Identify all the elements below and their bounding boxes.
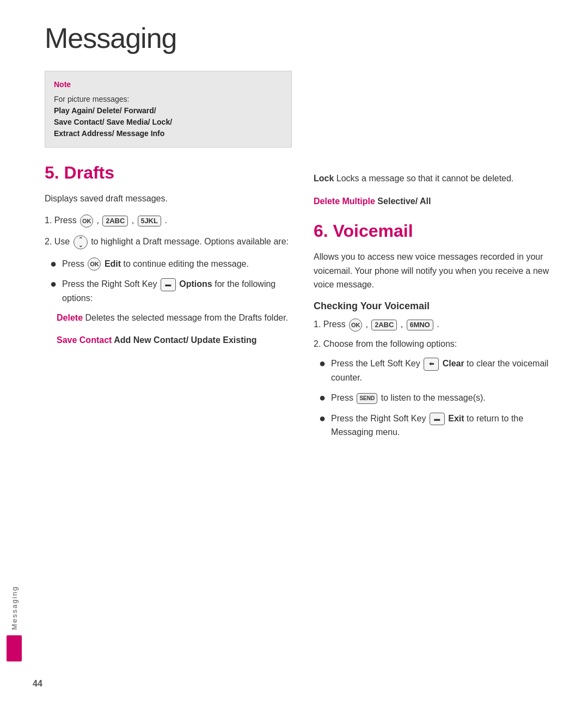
bullet-send: ● Press SEND to listen to the message(s)…: [319, 391, 561, 405]
sidebar: Messaging: [0, 0, 28, 705]
bullet-dot-5: ●: [319, 412, 326, 425]
note-label: Note: [54, 79, 283, 90]
page-number: 44: [33, 679, 42, 689]
send-key: SEND: [357, 393, 377, 404]
drafts-heading: 5. Drafts: [45, 163, 292, 183]
voicemail-step1: 1. Press OK , 2ABC , 6MNO .: [314, 318, 561, 332]
voicemail-description: Allows you to access new voice messages …: [314, 250, 561, 292]
note-line1: Play Again/ Delete/ Forward/: [54, 106, 156, 115]
page-title: Messaging: [45, 22, 561, 54]
note-box: Note For picture messages: Play Again/ D…: [45, 71, 292, 148]
drafts-step1: 1. Press OK , 2ABC , 5JKL .: [45, 214, 292, 228]
two-column-layout: Note For picture messages: Play Again/ D…: [45, 71, 561, 683]
right-column: Lock Locks a message so that it cannot b…: [314, 71, 561, 683]
save-contact-text: Add New Contact/ Update Existing: [112, 335, 256, 345]
left-soft-key: ⬅: [424, 358, 439, 371]
key-2abc: 2ABC: [102, 216, 128, 226]
key-5jkl: 5JKL: [138, 216, 161, 226]
voicemail-step2-text: 2. Choose from the following options:: [314, 339, 457, 349]
voicemail-heading: 6. Voicemail: [314, 221, 561, 241]
bullet-clear-content: Press the Left Soft Key ⬅ Clear to clear…: [331, 357, 561, 384]
ok-key-2: OK: [88, 258, 101, 271]
sidebar-bar: [7, 635, 22, 661]
lock-label: Lock: [314, 174, 334, 183]
note-line3: Extract Address/ Message Info: [54, 129, 164, 138]
note-intro: For picture messages:: [54, 94, 283, 105]
options-label: Options: [179, 279, 212, 289]
bullet-clear: ● Press the Left Soft Key ⬅ Clear to cle…: [319, 357, 561, 384]
note-line2: Save Contact/ Save Media/ Lock/: [54, 118, 172, 126]
delete-multiple-option: Delete Multiple Selective/ All: [314, 194, 561, 209]
left-column: Note For picture messages: Play Again/ D…: [45, 71, 292, 683]
page: Messaging Messaging Note For picture mes…: [0, 0, 588, 705]
bullet-edit-content: Press OK Edit to continue editing the me…: [62, 257, 292, 271]
bullet-edit: ● Press OK Edit to continue editing the …: [50, 257, 292, 271]
delete-multiple-text: Selective/ All: [377, 197, 431, 206]
main-content: Messaging Note For picture messages: Pla…: [28, 0, 588, 705]
bullet-send-content: Press SEND to listen to the message(s).: [331, 391, 561, 405]
ok-key: OK: [80, 214, 93, 228]
lock-text: Locks a message so that it cannot be del…: [334, 174, 513, 183]
drafts-step2: 2. Use ⌃⌄ to highlight a Draft message. …: [45, 235, 292, 249]
drafts-bullets: ● Press OK Edit to continue editing the …: [50, 257, 292, 305]
save-contact-option: Save Contact Add New Contact/ Update Exi…: [57, 333, 292, 347]
voicemail-step1-text: 1. Press OK , 2ABC , 6MNO .: [314, 318, 439, 332]
save-contact-label: Save Contact: [57, 335, 112, 345]
clear-label: Clear: [443, 359, 464, 368]
step2-text: 2. Use ⌃⌄ to highlight a Draft message. …: [45, 235, 289, 249]
bullet-exit: ● Press the Right Soft Key ▬ Exit to ret…: [319, 412, 561, 439]
ok-key-3: OK: [349, 318, 362, 332]
sidebar-label: Messaging: [10, 586, 19, 630]
delete-text: Deletes the selected message from the Dr…: [83, 313, 288, 322]
step2-suffix: to highlight a Draft message. Options av…: [91, 237, 289, 246]
exit-label: Exit: [448, 414, 464, 423]
bullet-options-content: Press the Right Soft Key ▬ Options for t…: [62, 277, 292, 305]
bullet-dot-2: ●: [50, 277, 57, 290]
bullet-options: ● Press the Right Soft Key ▬ Options for…: [50, 277, 292, 305]
lock-option: Lock Locks a message so that it cannot b…: [314, 171, 561, 186]
edit-label: Edit: [105, 259, 121, 268]
key-6mno: 6MNO: [407, 320, 433, 330]
right-soft-key-1: ▬: [161, 278, 176, 291]
delete-option: Delete Deletes the selected message from…: [57, 311, 292, 325]
bullet-exit-content: Press the Right Soft Key ▬ Exit to retur…: [331, 412, 561, 439]
step1-text: 1. Press OK , 2ABC , 5JKL .: [45, 214, 167, 228]
bullet-dot-3: ●: [319, 357, 326, 370]
drafts-description: Displays saved draft messages.: [45, 192, 292, 206]
nav-key: ⌃⌄: [74, 235, 88, 249]
voicemail-bullets: ● Press the Left Soft Key ⬅ Clear to cle…: [319, 357, 561, 439]
delete-multiple-label: Delete Multiple: [314, 197, 375, 206]
checking-voicemail-heading: Checking Your Voicemail: [314, 301, 561, 312]
delete-label: Delete: [57, 313, 83, 322]
voicemail-step2: 2. Choose from the following options:: [314, 339, 561, 349]
key-2abc-2: 2ABC: [371, 320, 397, 330]
bullet-dot-1: ●: [50, 257, 57, 270]
bullet-dot-4: ●: [319, 391, 326, 404]
right-soft-key-2: ▬: [430, 413, 445, 426]
